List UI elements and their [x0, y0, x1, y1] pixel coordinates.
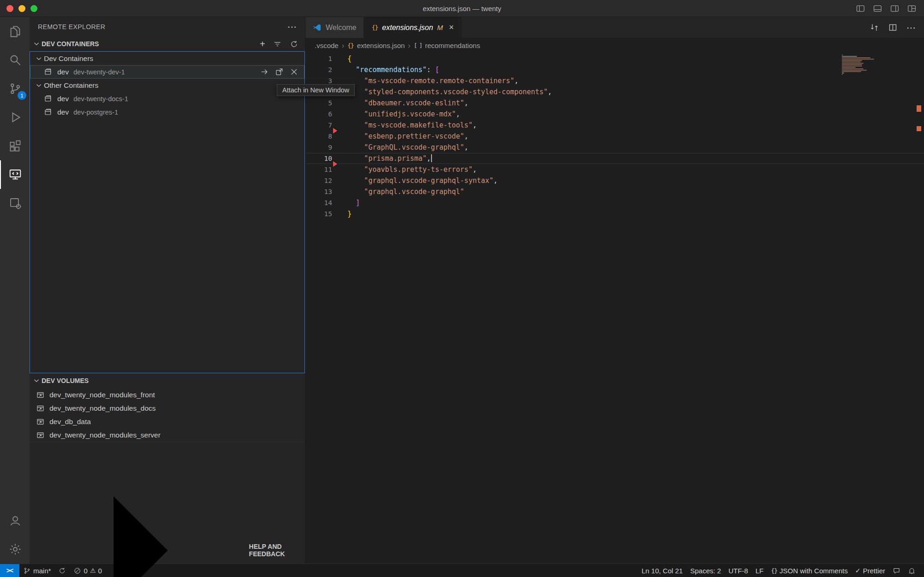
volume-item[interactable]: dev_twenty_node_modules_docs: [30, 401, 305, 415]
section-label: DEV CONTAINERS: [42, 40, 99, 48]
code-line[interactable]: 13"graphql.vscode-graphql": [305, 186, 924, 197]
settings-button[interactable]: [0, 535, 30, 564]
breadcrumb-file[interactable]: extensions.json: [357, 42, 405, 49]
code-line[interactable]: 10"prisma.prisma",: [305, 153, 924, 164]
line-number[interactable]: 8: [305, 131, 332, 142]
code-line[interactable]: 14]: [305, 197, 924, 208]
volume-label: dev_twenty_node_modules_front: [49, 391, 155, 399]
language-mode-status[interactable]: {} JSON with Comments: [767, 564, 851, 577]
sidebar-item-search[interactable]: [0, 46, 30, 74]
minimap-line: [842, 74, 843, 75]
code-line[interactable]: 12"graphql.vscode-graphql-syntax",: [305, 175, 924, 186]
attach-shell-icon[interactable]: [260, 67, 269, 76]
tab-extensions-json[interactable]: {} extensions.json M ×: [364, 17, 462, 38]
toggle-secondary-sidebar-icon[interactable]: [890, 4, 900, 13]
line-number[interactable]: 1: [305, 53, 332, 64]
add-container-icon[interactable]: +: [260, 39, 265, 49]
sidebar-item-dev-containers[interactable]: [0, 189, 30, 218]
code-line[interactable]: 11"yoavbls.pretty-ts-errors",: [305, 164, 924, 175]
tab-label: extensions.json: [382, 24, 433, 32]
minimap-line: [842, 60, 862, 61]
tree-group-label: Dev Containers: [44, 55, 93, 63]
code-editor[interactable]: 1{2"recommendations": [3"ms-vscode-remot…: [305, 53, 924, 564]
sidebar-item-remote-explorer[interactable]: [0, 160, 30, 189]
line-number[interactable]: 13: [305, 186, 332, 197]
sidebar-more-actions-icon[interactable]: ⋯: [287, 24, 297, 29]
container-name: dev: [57, 68, 69, 76]
attach-in-new-window-icon[interactable]: [275, 67, 284, 76]
more-actions-icon[interactable]: ⋯: [906, 22, 916, 33]
code-line[interactable]: 2"recommendations": [: [305, 64, 924, 75]
code-line[interactable]: 7"ms-vscode.makefile-tools",: [305, 120, 924, 131]
line-number[interactable]: 11: [305, 164, 332, 175]
containers-icon: [8, 196, 22, 210]
accounts-button[interactable]: [0, 506, 30, 535]
code-line[interactable]: 6"unifiedjs.vscode-mdx",: [305, 109, 924, 120]
line-number[interactable]: 12: [305, 175, 332, 186]
customize-layout-icon[interactable]: [907, 4, 917, 13]
tree-item-dev-twenty-dev-1[interactable]: dev dev-twenty-dev-1: [30, 65, 304, 79]
toggle-primary-sidebar-icon[interactable]: [856, 4, 865, 13]
close-icon[interactable]: [290, 67, 298, 76]
line-number[interactable]: 5: [305, 97, 332, 109]
volume-item[interactable]: dev_db_data: [30, 415, 305, 428]
minimize-window-button[interactable]: [18, 5, 25, 12]
line-number[interactable]: 7: [305, 120, 332, 131]
sidebar-item-run-debug[interactable]: [0, 103, 30, 132]
tree-group-other-containers[interactable]: Other Containers: [30, 79, 304, 92]
minimap[interactable]: [842, 55, 875, 75]
cursor-position-status[interactable]: Ln 10, Col 21: [638, 564, 687, 577]
line-number[interactable]: 2: [305, 64, 332, 75]
zoom-window-button[interactable]: [30, 5, 37, 12]
line-content: ]: [332, 197, 360, 208]
accounts-icon: [8, 514, 22, 528]
formatter-name: Prettier: [863, 567, 885, 575]
sidebar-item-source-control[interactable]: 1: [0, 74, 30, 103]
container-icon: [44, 94, 53, 103]
refresh-icon[interactable]: [290, 40, 298, 49]
tree-item-dev-twenty-docs-1[interactable]: dev dev-twenty-docs-1: [30, 92, 304, 105]
section-header-dev-volumes[interactable]: DEV VOLUMES: [30, 373, 305, 388]
sidebar-item-extensions[interactable]: [0, 132, 30, 160]
remote-indicator[interactable]: ><: [0, 564, 19, 577]
git-deleted-lines-marker: [333, 128, 337, 134]
line-number[interactable]: 14: [305, 197, 332, 208]
breadcrumb-folder[interactable]: .vscode: [315, 42, 339, 49]
open-changes-icon[interactable]: [869, 23, 879, 32]
section-header-dev-containers[interactable]: DEV CONTAINERS +: [30, 36, 305, 51]
code-line[interactable]: 4"styled-components.vscode-styled-compon…: [305, 86, 924, 97]
code-line[interactable]: 8"esbenp.prettier-vscode",: [305, 131, 924, 142]
tree-item-dev-postgres-1[interactable]: dev dev-postgres-1: [30, 105, 304, 119]
json-file-icon: {}: [371, 24, 378, 31]
encoding-status[interactable]: UTF-8: [725, 564, 752, 577]
line-number[interactable]: 6: [305, 109, 332, 120]
formatter-status[interactable]: ✓ Prettier: [851, 564, 889, 577]
activity-bar: 1: [0, 17, 30, 564]
indentation-status[interactable]: Spaces: 2: [687, 564, 725, 577]
code-line[interactable]: 1{: [305, 53, 924, 64]
tab-welcome[interactable]: Welcome: [305, 17, 364, 38]
eol-status[interactable]: LF: [752, 564, 767, 577]
split-editor-icon[interactable]: [888, 23, 898, 32]
section-header-help-and-feedback[interactable]: HELP AND FEEDBACK: [30, 442, 305, 577]
feedback-button[interactable]: [889, 564, 904, 577]
tree-group-dev-containers[interactable]: Dev Containers: [30, 52, 304, 65]
breadcrumb-separator: ›: [408, 42, 410, 50]
code-line[interactable]: 5"dbaeumer.vscode-eslint",: [305, 97, 924, 109]
line-number[interactable]: 15: [305, 208, 332, 219]
toggle-panel-icon[interactable]: [873, 4, 882, 13]
breadcrumb-symbol[interactable]: recommendations: [425, 42, 480, 49]
code-line[interactable]: 15}: [305, 208, 924, 219]
volume-item[interactable]: dev_twenty_node_modules_front: [30, 388, 305, 401]
close-tab-icon[interactable]: ×: [449, 23, 454, 32]
indentation: Spaces: 2: [690, 567, 721, 575]
filter-icon[interactable]: [273, 40, 282, 49]
notifications-button[interactable]: [904, 564, 919, 577]
code-line[interactable]: 3"ms-vscode-remote.remote-containers",: [305, 75, 924, 86]
line-number[interactable]: 10: [305, 153, 332, 164]
line-number[interactable]: 9: [305, 142, 332, 153]
close-window-button[interactable]: [6, 5, 13, 12]
sidebar-item-explorer[interactable]: [0, 17, 30, 46]
code-line[interactable]: 9"GraphQL.vscode-graphql",: [305, 142, 924, 153]
volume-item[interactable]: dev_twenty_node_modules_server: [30, 428, 305, 442]
